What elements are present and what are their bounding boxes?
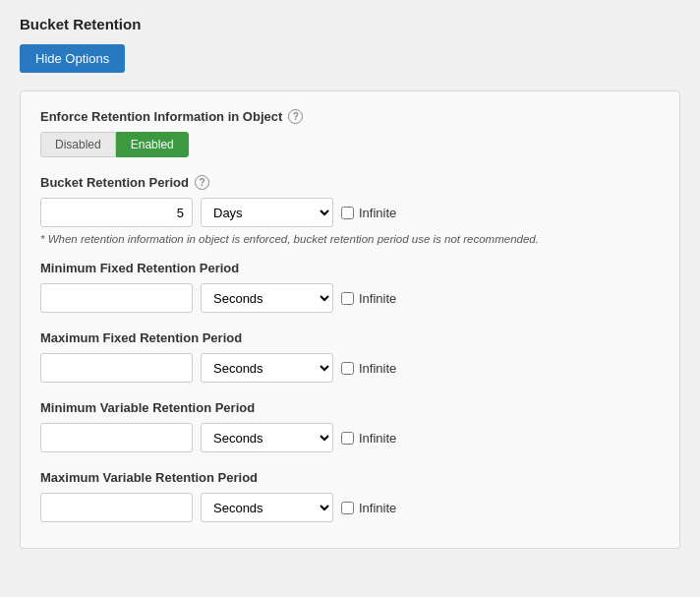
min-fixed-label: Minimum Fixed Retention Period [40, 261, 660, 275]
enforce-help-icon[interactable]: ? [288, 109, 303, 124]
min-fixed-unit-select[interactable]: Seconds Minutes Hours Days Years [201, 283, 333, 313]
max-variable-label: Maximum Variable Retention Period [40, 470, 660, 485]
min-variable-infinite-label[interactable]: Infinite [341, 431, 396, 446]
max-variable-unit-select[interactable]: Seconds Minutes Hours Days Years [201, 493, 333, 522]
max-variable-row: Seconds Minutes Hours Days Years Infinit… [40, 493, 660, 522]
max-variable-section: Maximum Variable Retention Period Second… [40, 470, 660, 522]
enforce-section-label: Enforce Retention Information in Object … [40, 109, 660, 124]
max-fixed-unit-select[interactable]: Seconds Minutes Hours Days Years [201, 353, 333, 383]
min-variable-label: Minimum Variable Retention Period [40, 400, 660, 415]
min-variable-input[interactable] [40, 423, 193, 452]
min-variable-section: Minimum Variable Retention Period Second… [40, 400, 660, 452]
bucket-retention-container: Bucket Retention Hide Options Enforce Re… [0, 0, 700, 597]
bucket-retention-period-input[interactable] [40, 198, 193, 227]
enforce-toggle-group: Disabled Enabled [40, 132, 660, 157]
min-variable-row: Seconds Minutes Hours Days Years Infinit… [40, 423, 660, 452]
max-fixed-infinite-checkbox[interactable] [341, 362, 354, 375]
min-variable-infinite-checkbox[interactable] [341, 432, 354, 445]
bucket-retention-period-label: Bucket Retention Period ? [40, 175, 660, 190]
bucket-retention-infinite-checkbox[interactable] [341, 207, 354, 219]
max-fixed-infinite-label[interactable]: Infinite [341, 361, 396, 376]
max-variable-infinite-label[interactable]: Infinite [341, 501, 396, 515]
min-fixed-infinite-checkbox[interactable] [341, 292, 354, 305]
bucket-retention-infinite-label[interactable]: Infinite [341, 206, 396, 220]
min-fixed-section: Minimum Fixed Retention Period Seconds M… [40, 261, 660, 313]
hide-options-button[interactable]: Hide Options [20, 44, 125, 73]
max-variable-input[interactable] [40, 493, 193, 522]
bucket-retention-period-row: Days Seconds Minutes Hours Years Infinit… [40, 198, 660, 227]
bucket-retention-help-icon[interactable]: ? [195, 175, 209, 190]
enabled-toggle-button[interactable]: Enabled [116, 132, 189, 157]
bucket-retention-period-unit-select[interactable]: Days Seconds Minutes Hours Years [201, 198, 333, 227]
min-fixed-row: Seconds Minutes Hours Days Years Infinit… [40, 283, 660, 313]
options-panel: Enforce Retention Information in Object … [20, 90, 680, 549]
min-fixed-infinite-label[interactable]: Infinite [341, 291, 396, 306]
page-title: Bucket Retention [20, 16, 680, 32]
max-fixed-row: Seconds Minutes Hours Days Years Infinit… [40, 353, 660, 383]
disabled-toggle-button[interactable]: Disabled [40, 132, 116, 157]
max-fixed-label: Maximum Fixed Retention Period [40, 330, 660, 345]
max-fixed-section: Maximum Fixed Retention Period Seconds M… [40, 330, 660, 383]
max-variable-infinite-checkbox[interactable] [341, 502, 354, 514]
max-fixed-input[interactable] [40, 353, 193, 383]
min-variable-unit-select[interactable]: Seconds Minutes Hours Days Years [201, 423, 333, 452]
min-fixed-input[interactable] [40, 283, 193, 313]
bucket-retention-notice: * When retention information in object i… [40, 233, 660, 245]
